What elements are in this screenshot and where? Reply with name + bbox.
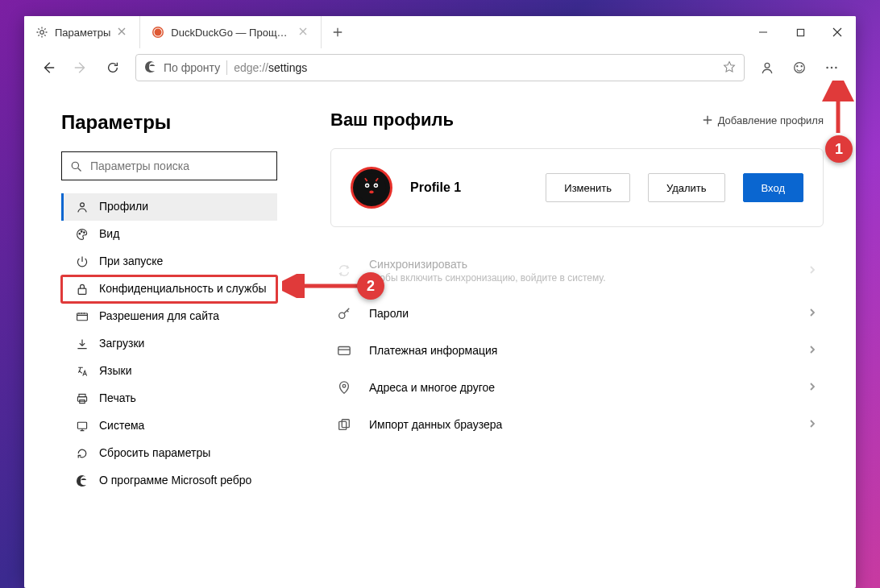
svg-point-31 [342,384,346,387]
row-addresses[interactable]: Адреса и многое другое [330,369,824,406]
content: Параметры Профили Вид При запуске [24,87,856,588]
more-menu-button[interactable] [817,53,846,82]
plus-icon [702,114,713,126]
person-icon [75,200,89,214]
row-label: Платежная информация [369,344,791,357]
row-import[interactable]: Импорт данных браузера [330,406,824,443]
sidebar-item-downloads[interactable]: Загрузки [61,330,277,358]
chevron-right-icon [807,306,817,321]
svg-point-5 [765,63,770,68]
svg-rect-33 [342,420,349,428]
back-button[interactable] [34,53,63,82]
address-bar[interactable]: По фронту edge://settings [135,54,745,81]
feedback-icon[interactable] [785,53,814,82]
svg-rect-17 [78,288,86,294]
settings-search-input[interactable] [90,159,268,172]
tab-label: Параметры [55,27,110,39]
lock-icon [75,282,89,296]
chevron-right-icon [807,417,817,432]
sidebar-item-appearance[interactable]: Вид [61,221,277,248]
sidebar-item-label: Сбросить параметры [99,446,210,461]
svg-point-29 [339,313,345,318]
svg-point-14 [79,233,81,234]
profile-card: Profile 1 Изменить Удалить Вход [330,148,824,227]
favorite-icon[interactable] [723,60,736,76]
svg-point-7 [797,66,798,67]
svg-rect-32 [339,421,347,429]
language-icon [75,364,89,379]
new-tab-button[interactable] [322,16,354,48]
svg-point-28 [369,191,373,194]
refresh-button[interactable] [98,53,127,82]
svg-point-11 [835,67,837,69]
signin-button[interactable]: Вход [743,173,803,202]
chevron-right-icon [807,263,817,278]
duckduckgo-icon [152,26,164,39]
toolbar: По фронту edge://settings [24,48,856,87]
sidebar-item-print[interactable]: Печать [61,385,277,412]
add-profile-label: Добавление профиля [718,114,824,126]
maximize-button[interactable] [782,16,819,48]
sidebar-item-system[interactable]: Система [61,412,277,440]
add-profile-button[interactable]: Добавление профиля [702,114,824,126]
sidebar-item-label: Система [99,419,144,433]
svg-point-23 [357,173,386,202]
close-icon[interactable] [298,27,309,38]
sidebar-item-site-permissions[interactable]: Разрешения для сайта [61,303,277,330]
row-label: Синхронизировать [369,258,791,271]
chevron-right-icon [807,380,817,395]
svg-rect-30 [338,347,350,355]
svg-rect-4 [797,29,803,35]
svg-rect-22 [77,422,86,429]
row-label: Пароли [369,307,791,320]
edge-logo-icon [144,60,157,76]
settings-sidebar: Параметры Профили Вид При запуске [24,87,298,588]
sidebar-item-label: При запуске [99,255,163,269]
forward-button[interactable] [66,53,95,82]
sidebar-item-profiles[interactable]: Профили [61,193,277,221]
delete-profile-button[interactable]: Удалить [648,173,725,202]
sidebar-item-label: Профили [99,200,148,214]
sidebar-item-about[interactable]: О программе Microsoft ребро [61,467,277,495]
svg-point-0 [40,31,44,35]
chevron-right-icon [807,343,817,358]
page-title: Ваш профиль [330,110,454,130]
print-icon [75,391,89,406]
edit-profile-button[interactable]: Изменить [546,173,630,202]
svg-point-9 [826,67,828,69]
row-sublabel: Чтобы включить синхронизацию, войдите в … [369,272,791,284]
permissions-icon [75,309,89,324]
svg-point-16 [84,232,85,234]
sidebar-item-reset[interactable]: Сбросить параметры [61,440,277,467]
system-icon [75,419,89,433]
row-passwords[interactable]: Пароли [330,295,824,332]
address-brand: По фронту [164,61,220,74]
sidebar-item-startup[interactable]: При запуске [61,248,277,275]
separator [226,60,227,75]
reset-icon [75,446,89,461]
tab-settings[interactable]: Параметры [24,16,140,48]
download-icon [75,337,89,351]
svg-point-15 [81,231,82,233]
edge-icon [75,474,89,488]
sidebar-item-languages[interactable]: Языки [61,358,277,385]
minimize-button[interactable] [745,16,782,48]
browser-window: Параметры DuckDuckGo — Проще говоря [24,16,856,588]
sidebar-title: Параметры [61,111,277,134]
row-payment[interactable]: Платежная информация [330,332,824,369]
close-icon[interactable] [117,27,128,38]
location-icon [335,380,353,395]
gear-icon [35,26,48,39]
annotation-callout-1: 1 [825,135,853,163]
sidebar-item-privacy[interactable]: Конфиденциальность и службы [61,275,277,303]
close-window-button[interactable] [819,16,856,48]
profile-icon[interactable] [753,53,782,82]
profile-name: Profile 1 [410,180,528,195]
titlebar: Параметры DuckDuckGo — Проще говоря [24,16,856,48]
avatar [351,167,392,209]
svg-rect-18 [77,313,88,321]
tab-duckduckgo[interactable]: DuckDuckGo — Проще говоря [140,16,322,48]
search-icon [70,160,82,172]
settings-search[interactable] [61,151,277,180]
sidebar-item-label: Вид [99,227,119,242]
